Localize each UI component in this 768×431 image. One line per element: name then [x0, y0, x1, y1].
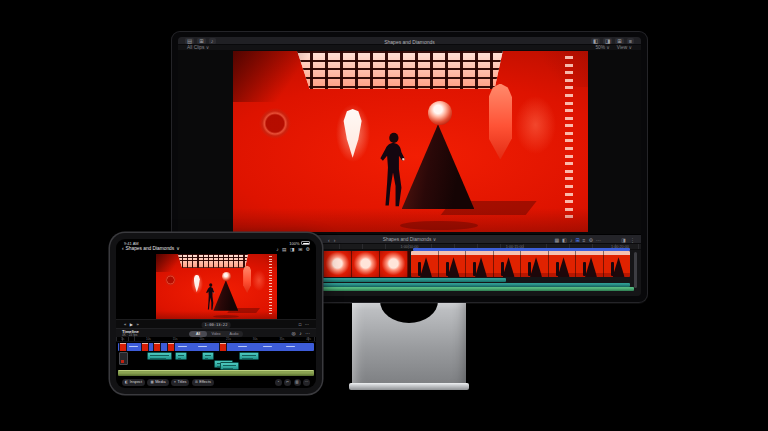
- skimming-icon[interactable]: ⊞: [575, 237, 579, 244]
- more-button[interactable]: ⋯: [303, 379, 310, 386]
- ipad-timeline-ruler[interactable]: 5s 10s 15s 20s 25s 30s 35s 40s: [116, 337, 316, 342]
- segment-video[interactable]: Video: [207, 331, 225, 337]
- timeline-options-icon[interactable]: ⋯: [305, 331, 310, 337]
- ruler-label: 30s: [253, 337, 258, 342]
- pip-icon[interactable]: □: [299, 322, 302, 328]
- titles-button[interactable]: ≡ Titles: [171, 379, 189, 386]
- audio-clip[interactable]: [175, 352, 187, 360]
- clip-label: [178, 346, 187, 347]
- timeline-filter-segmented: All Video Audio: [189, 331, 243, 337]
- audio-clip[interactable]: [239, 352, 259, 360]
- viewer-area[interactable]: [178, 50, 641, 234]
- blade-button[interactable]: ✂: [284, 379, 291, 386]
- clip-thumbnail: [380, 251, 408, 277]
- timeline-settings-icon[interactable]: ⚙: [589, 237, 593, 244]
- segment-all[interactable]: All: [189, 331, 207, 337]
- audio-icon[interactable]: ♪: [570, 237, 573, 244]
- titles-icon: ≡: [174, 380, 176, 384]
- clip-thumbnail: [167, 343, 175, 351]
- segment-audio[interactable]: Audio: [225, 331, 243, 337]
- monitor-stand: [352, 302, 466, 384]
- clip-thumbnail: [153, 343, 161, 351]
- project-title: Shapes and Diamonds: [178, 39, 641, 45]
- music-track[interactable]: [118, 370, 314, 376]
- video-clip-wide[interactable]: [411, 251, 630, 277]
- clip-thumbnail: [466, 251, 494, 277]
- tools-icon[interactable]: ▩: [554, 237, 559, 244]
- title-clip-bar[interactable]: [413, 248, 630, 251]
- ipad-timeline-header: Timeline 4K · 24 fps All Video Audio ◎ ♪…: [116, 328, 316, 337]
- ruler-label: 20s: [199, 337, 204, 342]
- share-icon[interactable]: ≡: [627, 38, 634, 44]
- snapping-icon[interactable]: ≡: [583, 237, 586, 244]
- trim-icon[interactable]: ◧: [562, 237, 567, 244]
- clip-thumbnail: [324, 251, 352, 277]
- clip-label: [286, 346, 295, 347]
- desk-scene: ▤ ⊞ ♪ Shapes and Diamonds ◧ ◨ ⊞ ≡ All Cl…: [0, 0, 768, 431]
- clip-label: [263, 346, 272, 347]
- audio-clip[interactable]: [220, 362, 239, 370]
- titles-label: Titles: [178, 380, 187, 384]
- timeline-toggle-icon[interactable]: ◨: [603, 38, 612, 44]
- ipad-viewer-area[interactable]: [116, 254, 316, 319]
- browser-layout-icon[interactable]: ⊞: [615, 38, 624, 44]
- clip-thumbnail: [119, 343, 127, 351]
- effects-icon: ⊞: [195, 380, 198, 384]
- battery-percent: 100%: [289, 241, 299, 246]
- ruler-label: 10s: [146, 337, 151, 342]
- media-browser-icon[interactable]: ▤: [282, 247, 287, 253]
- settings-icon[interactable]: ⚙: [306, 247, 310, 253]
- ipad-fcp-header: ‹ Shapes and Diamonds ∨ ☁ ↺ ↻ ⋯ ♪ ▤ ◨ ⊞ …: [116, 246, 316, 254]
- timeline-overflow-icon[interactable]: ⋮: [630, 237, 635, 244]
- jog-wheel-button[interactable]: ◔: [275, 379, 282, 386]
- timeline-scrollbar[interactable]: [634, 252, 637, 288]
- previous-frame-button[interactable]: «: [124, 322, 126, 328]
- audio-clip[interactable]: [202, 352, 214, 360]
- clip-thumbnail: [494, 251, 522, 277]
- clip-label: [129, 346, 138, 347]
- vignette: [156, 254, 277, 319]
- clip-thumbnail: [439, 251, 467, 277]
- inspector-toggle-icon[interactable]: ◧: [591, 38, 600, 44]
- media-button[interactable]: ▦ Media: [147, 379, 168, 386]
- clip-label: [238, 346, 247, 347]
- ruler-label: 25s: [226, 337, 231, 342]
- red-room-scene: [156, 254, 277, 319]
- viewer-video-canvas: [233, 51, 588, 232]
- inspect-label: Inspect: [130, 380, 142, 384]
- battery-icon: [301, 241, 310, 245]
- clip-thumbnail: [521, 251, 549, 277]
- clip-thumbnail: [141, 343, 149, 351]
- fcp-mac-toolbar: ▤ ⊞ ♪ Shapes and Diamonds ◧ ◨ ⊞ ≡: [178, 37, 641, 45]
- clip-thumbnail: [604, 251, 631, 277]
- clip-appearance-icon[interactable]: ◨: [621, 237, 626, 244]
- effects-label: Effects: [199, 380, 211, 384]
- timeline-more-icon[interactable]: ⋯: [596, 237, 601, 244]
- connected-clip[interactable]: [119, 352, 128, 365]
- tracks-button[interactable]: ▥: [294, 379, 301, 386]
- export-icon[interactable]: ⊞: [298, 247, 302, 253]
- monitor-base: [349, 383, 469, 390]
- ipad-video-canvas: [156, 254, 277, 319]
- inspect-button[interactable]: ◧ Inspect: [122, 379, 145, 386]
- toolbar-right-group: ◧ ◨ ⊞ ≡: [591, 38, 634, 44]
- transport-more-icon[interactable]: ⋯: [305, 322, 309, 328]
- audio-meters-icon[interactable]: ♪: [299, 331, 301, 337]
- clip-thumbnail: [576, 251, 604, 277]
- ipad-device: 9:41 AM 100% ‹ Shapes and Diamonds ∨ ☁ ↺…: [110, 233, 322, 394]
- status-time: 9:41 AM: [124, 241, 139, 246]
- voiceover-icon[interactable]: ♪: [276, 247, 278, 253]
- play-button[interactable]: ▶: [130, 322, 133, 328]
- search-icon[interactable]: ◎: [292, 331, 296, 337]
- next-frame-button[interactable]: »: [137, 322, 139, 328]
- viewer-options-icon[interactable]: ◨: [290, 247, 295, 253]
- ruler-label: 15s: [173, 337, 178, 342]
- primary-storyline-track[interactable]: [118, 343, 314, 351]
- ruler-label: 35s: [279, 337, 284, 342]
- effects-button[interactable]: ⊞ Effects: [192, 379, 214, 386]
- media-label: Media: [155, 380, 165, 384]
- audio-clip[interactable]: [147, 352, 172, 360]
- ipad-transport-bar: « ▶ » 1:00:13:22 □ ⋯: [116, 319, 316, 328]
- vignette: [233, 51, 588, 232]
- clip-thumbnail: [549, 251, 577, 277]
